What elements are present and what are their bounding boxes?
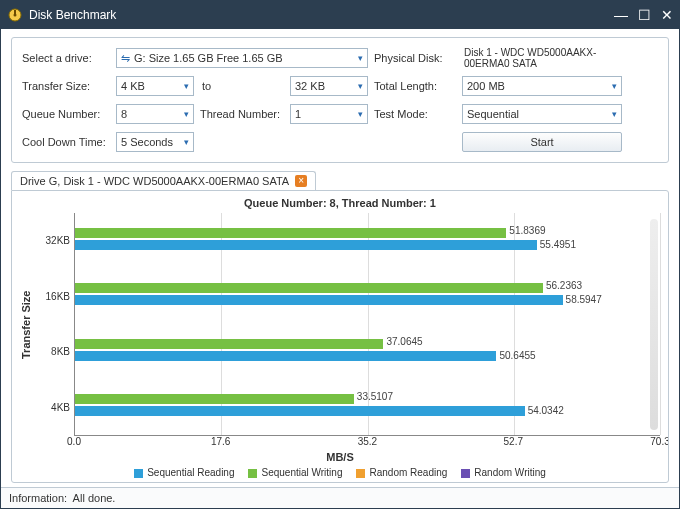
- xtick: 17.6: [211, 436, 230, 447]
- legend-seq-write-swatch: [248, 469, 257, 478]
- minimize-button[interactable]: —: [614, 8, 628, 22]
- status-text: All done.: [73, 492, 116, 504]
- scrollbar-vertical[interactable]: [650, 219, 658, 430]
- parameters-panel: Select a drive: ⇋ G: Size 1.65 GB Free 1…: [11, 37, 669, 163]
- bar-value-label: 54.0342: [528, 405, 564, 416]
- bar-seq-read: [75, 240, 537, 250]
- physical-disk-value: Disk 1 - WDC WD5000AAKX-00ERMA0 SATA: [462, 47, 622, 69]
- total-length-combo[interactable]: 200 MB: [462, 76, 622, 96]
- legend-seq-write: Sequential Writing: [248, 467, 342, 478]
- bar-value-label: 58.5947: [566, 294, 602, 305]
- ytick-4kb: 4KB: [51, 402, 70, 413]
- physical-disk-label: Physical Disk:: [374, 52, 456, 64]
- bar-seq-write: [75, 339, 383, 349]
- close-button[interactable]: ✕: [661, 8, 673, 22]
- tab-results[interactable]: Drive G, Disk 1 - WDC WD5000AAKX-00ERMA0…: [11, 171, 316, 190]
- bar-seq-write: [75, 394, 354, 404]
- cool-down-label: Cool Down Time:: [22, 136, 110, 148]
- chart-title: Queue Number: 8, Thread Number: 1: [20, 197, 660, 209]
- bar-seq-read: [75, 295, 563, 305]
- transfer-size-label: Transfer Size:: [22, 80, 110, 92]
- bar-seq-read: [75, 351, 496, 361]
- legend-rand-write-swatch: [461, 469, 470, 478]
- xtick: 70.3: [650, 436, 669, 447]
- bar-seq-write: [75, 283, 543, 293]
- tab-close-icon[interactable]: ×: [295, 175, 307, 187]
- bar-value-label: 55.4951: [540, 239, 576, 250]
- total-length-label: Total Length:: [374, 80, 456, 92]
- bar-value-label: 56.2363: [546, 280, 582, 291]
- bar-value-label: 33.5107: [357, 391, 393, 402]
- bar-value-label: 50.6455: [499, 350, 535, 361]
- xtick: 0.0: [67, 436, 81, 447]
- drive-icon: ⇋: [121, 52, 130, 65]
- window-title: Disk Benchmark: [29, 8, 614, 22]
- legend-rand-write: Random Writing: [461, 467, 546, 478]
- x-axis-label: MB/S: [20, 451, 660, 463]
- x-axis-ticks: 0.017.635.252.770.3: [74, 436, 660, 450]
- content-area: Select a drive: ⇋ G: Size 1.65 GB Free 1…: [1, 29, 679, 487]
- status-label: Information:: [9, 492, 67, 504]
- select-drive-label: Select a drive:: [22, 52, 110, 64]
- thread-number-combo[interactable]: 1: [290, 104, 368, 124]
- chart-area: Transfer Size 32KB 16KB 8KB 4KB 51.83695…: [20, 213, 660, 436]
- chart-legend: Sequential Reading Sequential Writing Ra…: [20, 467, 660, 478]
- titlebar: Disk Benchmark — ☐ ✕: [1, 1, 679, 29]
- maximize-button[interactable]: ☐: [638, 8, 651, 22]
- legend-rand-read: Random Reading: [356, 467, 447, 478]
- select-drive-value: G: Size 1.65 GB Free 1.65 GB: [134, 52, 283, 64]
- start-button[interactable]: Start: [462, 132, 622, 152]
- app-window: Disk Benchmark — ☐ ✕ Select a drive: ⇋ G…: [0, 0, 680, 509]
- bar-value-label: 37.0645: [386, 336, 422, 347]
- cool-down-combo[interactable]: 5 Seconds: [116, 132, 194, 152]
- app-icon: [7, 7, 23, 23]
- chart-plot: 51.836955.495156.236358.594737.064550.64…: [74, 213, 660, 436]
- ytick-32kb: 32KB: [46, 234, 70, 245]
- legend-seq-read: Sequential Reading: [134, 467, 234, 478]
- test-mode-label: Test Mode:: [374, 108, 456, 120]
- to-label: to: [200, 80, 284, 92]
- y-axis-label: Transfer Size: [20, 213, 36, 436]
- select-drive-combo[interactable]: ⇋ G: Size 1.65 GB Free 1.65 GB: [116, 48, 368, 68]
- transfer-from-combo[interactable]: 4 KB: [116, 76, 194, 96]
- status-bar: Information: All done.: [1, 487, 679, 508]
- bar-value-label: 51.8369: [509, 225, 545, 236]
- bar-seq-write: [75, 228, 506, 238]
- thread-number-label: Thread Number:: [200, 108, 284, 120]
- ytick-8kb: 8KB: [51, 346, 70, 357]
- xtick: 35.2: [358, 436, 377, 447]
- transfer-to-combo[interactable]: 32 KB: [290, 76, 368, 96]
- svg-point-2: [14, 14, 17, 17]
- tab-label: Drive G, Disk 1 - WDC WD5000AAKX-00ERMA0…: [20, 175, 289, 187]
- test-mode-combo[interactable]: Sequential: [462, 104, 622, 124]
- y-axis-ticks: 32KB 16KB 8KB 4KB: [36, 213, 74, 436]
- ytick-16kb: 16KB: [46, 290, 70, 301]
- tab-strip: Drive G, Disk 1 - WDC WD5000AAKX-00ERMA0…: [11, 171, 669, 190]
- window-controls: — ☐ ✕: [614, 8, 673, 22]
- bar-seq-read: [75, 406, 525, 416]
- queue-number-label: Queue Number:: [22, 108, 110, 120]
- xtick: 52.7: [504, 436, 523, 447]
- queue-number-combo[interactable]: 8: [116, 104, 194, 124]
- legend-rand-read-swatch: [356, 469, 365, 478]
- legend-seq-read-swatch: [134, 469, 143, 478]
- chart-panel: Queue Number: 8, Thread Number: 1 Transf…: [11, 190, 669, 483]
